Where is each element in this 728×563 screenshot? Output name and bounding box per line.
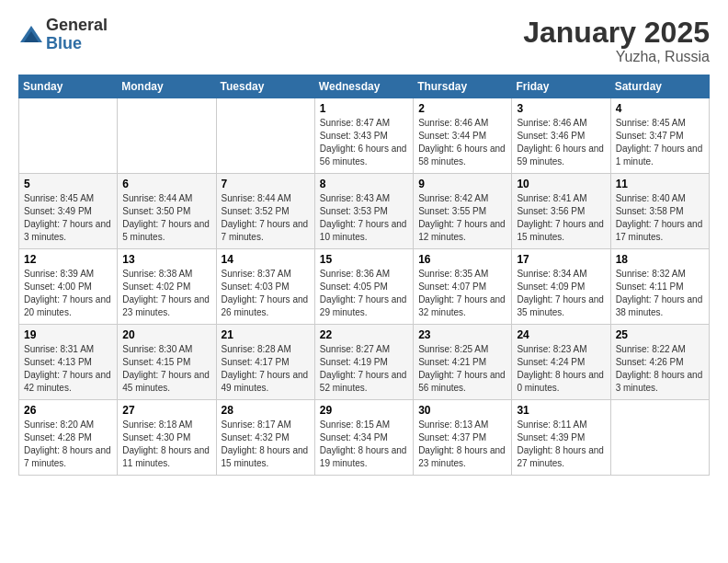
week-row-2: 5Sunrise: 8:45 AMSunset: 3:49 PMDaylight… [19, 174, 710, 249]
day-cell: 26Sunrise: 8:20 AMSunset: 4:28 PMDayligh… [19, 400, 118, 476]
weekday-header-saturday: Saturday [610, 75, 709, 98]
day-cell: 14Sunrise: 8:37 AMSunset: 4:03 PMDayligh… [216, 249, 314, 325]
day-info: Sunrise: 8:15 AMSunset: 4:34 PMDaylight:… [320, 419, 408, 470]
day-info: Sunrise: 8:28 AMSunset: 4:17 PMDaylight:… [222, 343, 310, 395]
day-info: Sunrise: 8:25 AMSunset: 4:21 PMDaylight:… [418, 343, 506, 395]
logo-icon [18, 22, 44, 48]
day-info: Sunrise: 8:45 AMSunset: 3:47 PMDaylight:… [616, 117, 704, 168]
day-number: 28 [222, 404, 310, 417]
day-cell [610, 400, 709, 476]
day-info: Sunrise: 8:11 AMSunset: 4:39 PMDaylight:… [517, 419, 605, 470]
day-info: Sunrise: 8:20 AMSunset: 4:28 PMDaylight:… [24, 419, 112, 470]
day-cell: 28Sunrise: 8:17 AMSunset: 4:32 PMDayligh… [216, 400, 314, 476]
day-number: 10 [517, 178, 605, 190]
day-info: Sunrise: 8:13 AMSunset: 4:37 PMDaylight:… [418, 419, 506, 470]
day-cell: 6Sunrise: 8:44 AMSunset: 3:50 PMDaylight… [118, 174, 216, 249]
day-cell: 25Sunrise: 8:22 AMSunset: 4:26 PMDayligh… [610, 325, 709, 400]
logo-text: General Blue [46, 17, 108, 53]
day-cell: 17Sunrise: 8:34 AMSunset: 4:09 PMDayligh… [512, 249, 610, 325]
day-number: 16 [418, 253, 506, 266]
weekday-header-monday: Monday [118, 75, 216, 98]
day-number: 31 [517, 404, 605, 417]
day-info: Sunrise: 8:31 AMSunset: 4:13 PMDaylight:… [24, 343, 112, 395]
day-number: 7 [222, 178, 310, 190]
day-cell: 4Sunrise: 8:45 AMSunset: 3:47 PMDaylight… [610, 98, 709, 174]
day-number: 8 [320, 178, 408, 190]
day-number: 1 [320, 102, 408, 115]
day-cell [19, 98, 118, 174]
day-info: Sunrise: 8:46 AMSunset: 3:46 PMDaylight:… [517, 117, 605, 168]
day-info: Sunrise: 8:38 AMSunset: 4:02 PMDaylight:… [122, 268, 210, 319]
day-info: Sunrise: 8:44 AMSunset: 3:50 PMDaylight:… [122, 192, 210, 244]
day-number: 9 [418, 178, 506, 190]
week-row-4: 19Sunrise: 8:31 AMSunset: 4:13 PMDayligh… [19, 325, 710, 400]
day-info: Sunrise: 8:46 AMSunset: 3:44 PMDaylight:… [418, 117, 506, 168]
calendar-subtitle: Yuzha, Russia [523, 49, 710, 65]
calendar-page: General Blue January 2025 Yuzha, Russia … [0, 0, 728, 563]
weekday-header-friday: Friday [512, 75, 610, 98]
day-number: 22 [320, 328, 408, 341]
day-number: 27 [122, 404, 210, 417]
day-cell: 18Sunrise: 8:32 AMSunset: 4:11 PMDayligh… [610, 249, 709, 325]
day-info: Sunrise: 8:32 AMSunset: 4:11 PMDaylight:… [616, 268, 704, 319]
day-number: 23 [418, 328, 506, 341]
day-cell: 24Sunrise: 8:23 AMSunset: 4:24 PMDayligh… [512, 325, 610, 400]
day-info: Sunrise: 8:39 AMSunset: 4:00 PMDaylight:… [24, 268, 112, 319]
day-cell [118, 98, 216, 174]
day-cell: 13Sunrise: 8:38 AMSunset: 4:02 PMDayligh… [118, 249, 216, 325]
weekday-header-row: SundayMondayTuesdayWednesdayThursdayFrid… [19, 75, 710, 98]
day-info: Sunrise: 8:37 AMSunset: 4:03 PMDaylight:… [222, 268, 310, 319]
day-info: Sunrise: 8:41 AMSunset: 3:56 PMDaylight:… [517, 192, 605, 244]
day-cell: 3Sunrise: 8:46 AMSunset: 3:46 PMDaylight… [512, 98, 610, 174]
day-info: Sunrise: 8:36 AMSunset: 4:05 PMDaylight:… [320, 268, 408, 319]
day-cell: 30Sunrise: 8:13 AMSunset: 4:37 PMDayligh… [414, 400, 512, 476]
day-cell: 31Sunrise: 8:11 AMSunset: 4:39 PMDayligh… [512, 400, 610, 476]
day-cell: 20Sunrise: 8:30 AMSunset: 4:15 PMDayligh… [118, 325, 216, 400]
weekday-header-wednesday: Wednesday [314, 75, 413, 98]
day-cell: 21Sunrise: 8:28 AMSunset: 4:17 PMDayligh… [216, 325, 314, 400]
day-number: 26 [24, 404, 112, 417]
day-number: 24 [517, 328, 605, 341]
day-number: 25 [616, 328, 704, 341]
week-row-3: 12Sunrise: 8:39 AMSunset: 4:00 PMDayligh… [19, 249, 710, 325]
day-info: Sunrise: 8:47 AMSunset: 3:43 PMDaylight:… [320, 117, 408, 168]
day-info: Sunrise: 8:18 AMSunset: 4:30 PMDaylight:… [122, 419, 210, 470]
logo-blue: Blue [46, 35, 108, 53]
day-cell: 19Sunrise: 8:31 AMSunset: 4:13 PMDayligh… [19, 325, 118, 400]
weekday-header-tuesday: Tuesday [216, 75, 314, 98]
day-cell: 29Sunrise: 8:15 AMSunset: 4:34 PMDayligh… [314, 400, 413, 476]
day-info: Sunrise: 8:17 AMSunset: 4:32 PMDaylight:… [222, 419, 310, 470]
day-number: 20 [122, 328, 210, 341]
day-cell: 9Sunrise: 8:42 AMSunset: 3:55 PMDaylight… [414, 174, 512, 249]
day-info: Sunrise: 8:22 AMSunset: 4:26 PMDaylight:… [616, 343, 704, 395]
day-info: Sunrise: 8:45 AMSunset: 3:49 PMDaylight:… [24, 192, 112, 244]
day-number: 17 [517, 253, 605, 266]
day-number: 30 [418, 404, 506, 417]
day-number: 15 [320, 253, 408, 266]
day-cell: 8Sunrise: 8:43 AMSunset: 3:53 PMDaylight… [314, 174, 413, 249]
header: General Blue January 2025 Yuzha, Russia [18, 17, 710, 65]
calendar-table: SundayMondayTuesdayWednesdayThursdayFrid… [18, 75, 710, 476]
weekday-header-sunday: Sunday [19, 75, 118, 98]
day-info: Sunrise: 8:44 AMSunset: 3:52 PMDaylight:… [222, 192, 310, 244]
day-cell: 1Sunrise: 8:47 AMSunset: 3:43 PMDaylight… [314, 98, 413, 174]
day-cell: 7Sunrise: 8:44 AMSunset: 3:52 PMDaylight… [216, 174, 314, 249]
day-info: Sunrise: 8:35 AMSunset: 4:07 PMDaylight:… [418, 268, 506, 319]
day-info: Sunrise: 8:43 AMSunset: 3:53 PMDaylight:… [320, 192, 408, 244]
day-cell: 15Sunrise: 8:36 AMSunset: 4:05 PMDayligh… [314, 249, 413, 325]
day-number: 3 [517, 102, 605, 115]
day-cell [216, 98, 314, 174]
day-info: Sunrise: 8:23 AMSunset: 4:24 PMDaylight:… [517, 343, 605, 395]
day-cell: 11Sunrise: 8:40 AMSunset: 3:58 PMDayligh… [610, 174, 709, 249]
day-number: 21 [222, 328, 310, 341]
day-number: 14 [222, 253, 310, 266]
day-number: 13 [122, 253, 210, 266]
day-number: 5 [24, 178, 112, 190]
day-number: 6 [122, 178, 210, 190]
day-info: Sunrise: 8:42 AMSunset: 3:55 PMDaylight:… [418, 192, 506, 244]
day-cell: 22Sunrise: 8:27 AMSunset: 4:19 PMDayligh… [314, 325, 413, 400]
day-number: 18 [616, 253, 704, 266]
day-info: Sunrise: 8:40 AMSunset: 3:58 PMDaylight:… [616, 192, 704, 244]
day-info: Sunrise: 8:30 AMSunset: 4:15 PMDaylight:… [122, 343, 210, 395]
calendar-title: January 2025 [523, 17, 710, 49]
